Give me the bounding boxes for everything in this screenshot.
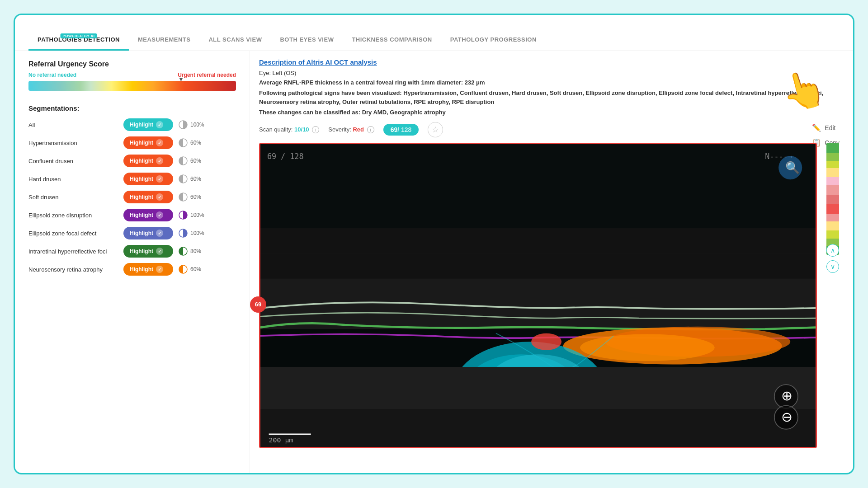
svg-rect-12 xyxy=(260,274,816,329)
strip-segment-6 xyxy=(826,185,839,195)
seg-row-ez-focal: Ellipsoid zone focal defect Highlight ✓ … xyxy=(28,227,236,239)
opacity-icon-ez xyxy=(178,210,189,221)
description-avg: Average RNFL-RPE thickness in a central … xyxy=(259,79,844,86)
highlight-btn-ez-disruption[interactable]: Highlight ✓ xyxy=(123,209,173,221)
check-icon-ez: ✓ xyxy=(156,211,163,219)
highlight-btn-soft-drusen[interactable]: Highlight ✓ xyxy=(123,191,173,203)
highlight-btn-confluent[interactable]: Highlight ✓ xyxy=(123,155,173,167)
opacity-hard: 60% xyxy=(178,174,201,184)
seg-row-nra: Neurosensory retina atrophy Highlight ✓ … xyxy=(28,263,236,276)
check-icon-irf: ✓ xyxy=(156,248,163,255)
strip-segment-11 xyxy=(826,230,839,239)
referral-labels: No referral needed Urgent referral neede… xyxy=(28,72,236,78)
strip-segment-9 xyxy=(826,214,839,221)
edit-icon: ✏️ xyxy=(812,123,821,132)
tab-pathologies[interactable]: Powered By AI PATHOLOGIES DETECTION xyxy=(28,32,129,51)
seg-label-ez-focal: Ellipsoid zone focal defect xyxy=(28,230,119,237)
opacity-val-all: 100% xyxy=(190,122,204,128)
svg-rect-21 xyxy=(260,405,816,447)
seg-label-hard-drusen: Hard drusen xyxy=(28,176,119,183)
check-icon-confluent: ✓ xyxy=(156,157,163,164)
segmentations-title: Segmentations: xyxy=(28,104,236,112)
svg-text:69 / 128: 69 / 128 xyxy=(267,152,304,161)
scan-current: 69 xyxy=(391,126,398,133)
tab-progression[interactable]: PATHOLOGY PROGRESSION xyxy=(441,32,546,51)
scan-separator: / xyxy=(397,126,401,133)
opacity-icon-soft xyxy=(178,192,189,202)
strip-segment-5 xyxy=(826,177,839,185)
description-classified-value: Dry AMD, Geographic atrophy xyxy=(362,109,446,116)
sidebar-strip: ∧ ∨ xyxy=(821,143,844,466)
description-signs: Following pathological signs have been v… xyxy=(259,89,844,106)
opacity-icon-all xyxy=(178,119,189,130)
right-panel: Description of Altris AI OCT analysis Ey… xyxy=(250,51,853,473)
favorite-button[interactable]: ☆ xyxy=(428,122,443,137)
highlight-btn-hypertransmission[interactable]: Highlight ✓ xyxy=(123,136,173,149)
opacity-icon-hard xyxy=(178,174,189,184)
tab-measurements[interactable]: MEASUREMENTS xyxy=(129,32,200,51)
ai-badge: Powered By AI xyxy=(60,33,97,38)
referral-label-urgent: Urgent referral needed xyxy=(178,72,236,78)
opacity-soft: 60% xyxy=(178,192,201,202)
edit-button[interactable]: ✏️ Edit xyxy=(812,123,840,132)
svg-text:⊕: ⊕ xyxy=(781,388,793,403)
strip-segment-2 xyxy=(826,153,839,161)
seg-label-all: All xyxy=(28,122,119,128)
opacity-hyper: 60% xyxy=(178,137,201,148)
opacity-icon-irf xyxy=(178,246,189,257)
tab-allscans[interactable]: ALL SCANS VIEW xyxy=(199,32,271,51)
highlight-btn-nra[interactable]: Highlight ✓ xyxy=(123,263,173,276)
oct-scan-image: 69 / 128 N----→ 🔍 200 μm xyxy=(260,144,816,447)
scroll-up-button[interactable]: ∧ xyxy=(826,244,839,257)
opacity-icon-hyper xyxy=(178,137,189,148)
strip-nav: ∧ ∨ xyxy=(826,244,839,273)
opacity-all: 100% xyxy=(178,119,204,130)
seg-row-irf: Intraretinal hyperreflective foci Highli… xyxy=(28,245,236,258)
main-content: Referral Urgency Score No referral neede… xyxy=(15,51,853,473)
strip-segment-8 xyxy=(826,204,839,214)
highlight-label-hard: Highlight xyxy=(130,176,153,182)
seg-label-hypertransmission: Hypertransmission xyxy=(28,140,119,146)
referral-bar-container: ▼ xyxy=(28,81,236,91)
referral-label-no-referral: No referral needed xyxy=(28,72,76,78)
highlight-label-nra: Highlight xyxy=(130,266,153,272)
highlight-btn-hard-drusen[interactable]: Highlight ✓ xyxy=(123,173,173,185)
svg-point-16 xyxy=(580,334,715,361)
strip-segment-10 xyxy=(826,221,839,230)
opacity-icon-confluent xyxy=(178,155,189,166)
severity-info-icon[interactable]: i xyxy=(367,126,374,133)
svg-rect-22 xyxy=(260,367,816,409)
severity: Severity: Red i xyxy=(328,126,374,134)
opacity-nra: 60% xyxy=(178,264,201,275)
svg-text:🔍: 🔍 xyxy=(785,160,800,175)
check-icon-all: ✓ xyxy=(156,121,163,128)
description-avg-value: 232 μm xyxy=(465,79,485,86)
highlight-btn-ez-focal[interactable]: Highlight ✓ xyxy=(123,227,173,239)
strip-segment-3 xyxy=(826,161,839,168)
tab-botheyes[interactable]: BOTH EYES VIEW xyxy=(271,32,343,51)
highlight-label-ezf: Highlight xyxy=(130,230,153,236)
opacity-val-soft: 60% xyxy=(190,194,201,200)
opacity-val-hyper: 60% xyxy=(190,140,201,146)
scan-quality-info-icon[interactable]: i xyxy=(312,126,319,133)
description-signs-label: Following pathological signs have been v… xyxy=(259,89,402,96)
strip-segment-7 xyxy=(826,195,839,204)
highlight-btn-irf[interactable]: Highlight ✓ xyxy=(123,245,173,258)
severity-value: Red xyxy=(353,126,364,133)
highlight-btn-all[interactable]: Highlight ✓ xyxy=(123,118,173,131)
image-container: 69 / 128 N----→ 🔍 200 μm xyxy=(259,143,817,448)
check-icon-nra: ✓ xyxy=(156,266,163,273)
seg-row-ez-disruption: Ellipsoid zone disruption Highlight ✓ 10… xyxy=(28,209,236,221)
svg-text:200 μm: 200 μm xyxy=(269,436,293,445)
tab-thickness[interactable]: THICKNESS COMPARISON xyxy=(343,32,441,51)
highlight-label-irf: Highlight xyxy=(130,248,153,254)
opacity-confluent: 60% xyxy=(178,155,201,166)
referral-bar xyxy=(28,81,236,91)
opacity-val-nra: 60% xyxy=(190,266,201,272)
referral-title: Referral Urgency Score xyxy=(28,60,236,68)
opacity-ezf: 100% xyxy=(178,228,204,239)
check-icon-hard: ✓ xyxy=(156,175,163,183)
highlight-label-confluent: Highlight xyxy=(130,158,153,164)
scroll-down-button[interactable]: ∨ xyxy=(826,260,839,273)
seg-row-hypertransmission: Hypertransmission Highlight ✓ 60% xyxy=(28,136,236,149)
